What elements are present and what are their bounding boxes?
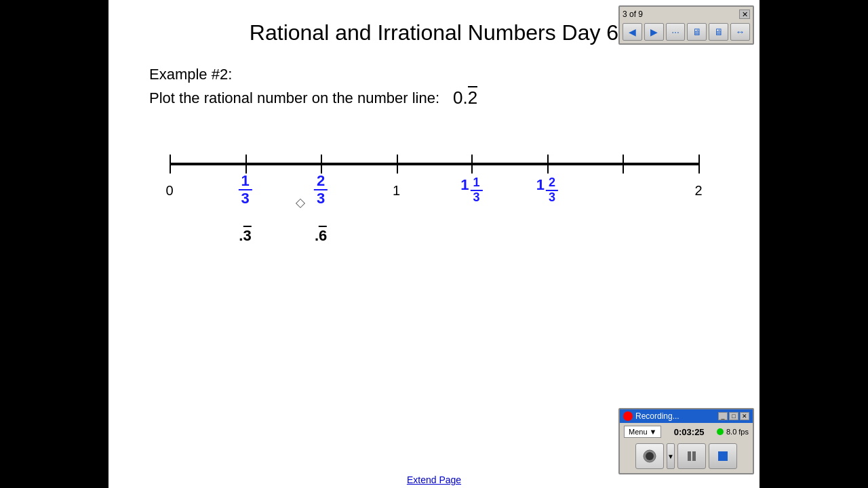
decimal-label-2-3: .6 bbox=[315, 227, 327, 245]
svg-rect-4 bbox=[718, 451, 728, 461]
frac-1-3: 1 3 bbox=[238, 173, 252, 207]
extend-page-link[interactable]: Extend Page bbox=[407, 474, 461, 485]
rec-status: 8.0 fps bbox=[717, 428, 749, 436]
number-line-container: 0 1 2 1 3 2 3 bbox=[149, 163, 719, 165]
nav-screen1-btn[interactable]: 🖥 bbox=[687, 23, 707, 41]
rec-title-controls: _ □ ✕ bbox=[718, 412, 749, 420]
record-icon bbox=[642, 449, 657, 464]
decimal-label-1-3: .3 bbox=[239, 227, 251, 245]
rec-minimize-btn[interactable]: _ bbox=[718, 412, 728, 420]
target-number: 0.2 bbox=[453, 87, 477, 108]
cursor bbox=[296, 199, 305, 208]
frac-den-4: 3 bbox=[546, 191, 558, 205]
nav-buttons: ◀ ▶ ··· 🖥 🖥 ↔ bbox=[623, 23, 750, 41]
svg-point-1 bbox=[646, 452, 654, 460]
rec-menu-label: Menu bbox=[629, 428, 648, 436]
example-label: Example #2: bbox=[149, 66, 732, 83]
frac-den: 3 bbox=[238, 190, 252, 207]
rec-time: 0:03:25 bbox=[674, 427, 705, 437]
rec-action-row: ▼ bbox=[620, 441, 753, 473]
nav-screen2-btn[interactable]: 🖥 bbox=[709, 23, 728, 41]
svg-rect-3 bbox=[692, 451, 696, 461]
pause-icon bbox=[685, 449, 698, 463]
frac-num-4: 2 bbox=[546, 176, 558, 191]
rec-record-btn[interactable] bbox=[635, 443, 664, 469]
rec-title-bar: Recording... _ □ ✕ bbox=[620, 409, 753, 423]
frac-den-3: 3 bbox=[470, 191, 482, 205]
fraction-label-1-2-3: 1 2 3 bbox=[536, 176, 558, 205]
fraction-label-1-3: 1 3 bbox=[238, 173, 252, 207]
nl-label-2: 2 bbox=[694, 183, 702, 199]
rec-close-btn[interactable]: ✕ bbox=[740, 412, 749, 420]
frac-num: 1 bbox=[238, 173, 252, 190]
nav-more-btn[interactable]: ··· bbox=[666, 23, 686, 41]
frac-num-3: 1 bbox=[470, 176, 482, 191]
mixed-whole-1: 1 bbox=[460, 176, 469, 194]
page-info: 3 of 9 bbox=[623, 9, 643, 19]
overline-6: 6 bbox=[319, 227, 327, 245]
nav-prev-btn[interactable]: ◀ bbox=[623, 23, 642, 41]
frac-mixed-2: 2 3 bbox=[546, 176, 558, 205]
nl-label-0: 0 bbox=[165, 183, 173, 199]
rec-menu-btn[interactable]: Menu ▼ bbox=[624, 426, 661, 438]
frac-mixed-1: 1 3 bbox=[470, 176, 482, 205]
rec-status-dot bbox=[717, 428, 724, 435]
rec-title-label: Recording... bbox=[635, 411, 679, 421]
rec-stop-btn[interactable] bbox=[709, 443, 737, 469]
frac-den-2: 3 bbox=[314, 190, 328, 207]
nav-close-btn[interactable]: ✕ bbox=[739, 9, 750, 19]
mixed-whole-2: 1 bbox=[536, 176, 545, 194]
rec-pause-btn[interactable] bbox=[677, 443, 706, 469]
frac-2-3: 2 3 bbox=[314, 173, 328, 207]
rec-icon bbox=[623, 411, 633, 421]
number-line: 0 1 2 1 3 2 3 bbox=[170, 163, 698, 165]
rec-maximize-btn[interactable]: □ bbox=[729, 412, 738, 420]
rec-dropdown-btn[interactable]: ▼ bbox=[667, 443, 675, 469]
nav-expand-btn[interactable]: ↔ bbox=[730, 23, 750, 41]
overline-3: 3 bbox=[243, 227, 251, 245]
nav-title-bar: 3 of 9 ✕ bbox=[623, 9, 750, 19]
instruction-text: Plot the rational number on the number l… bbox=[149, 89, 439, 107]
stop-icon bbox=[716, 449, 730, 463]
nav-next-btn[interactable]: ▶ bbox=[644, 23, 664, 41]
plot-instruction: Plot the rational number on the number l… bbox=[149, 87, 732, 108]
svg-rect-2 bbox=[688, 451, 691, 461]
recording-widget: Recording... _ □ ✕ Menu ▼ 0:03:25 8.0 fp… bbox=[618, 408, 754, 474]
overline-digit: 2 bbox=[468, 87, 477, 108]
rec-controls-row: Menu ▼ 0:03:25 8.0 fps bbox=[620, 423, 753, 441]
fraction-label-1-1-3: 1 1 3 bbox=[460, 176, 482, 205]
fraction-label-2-3: 2 3 bbox=[314, 173, 328, 207]
nl-label-1: 1 bbox=[393, 183, 400, 199]
frac-num-2: 2 bbox=[314, 173, 328, 190]
rec-title-content: Recording... bbox=[623, 411, 679, 421]
rec-menu-arrow: ▼ bbox=[650, 428, 657, 436]
rec-fps: 8.0 fps bbox=[726, 428, 749, 436]
nav-widget: 3 of 9 ✕ ◀ ▶ ··· 🖥 🖥 ↔ bbox=[618, 5, 754, 45]
